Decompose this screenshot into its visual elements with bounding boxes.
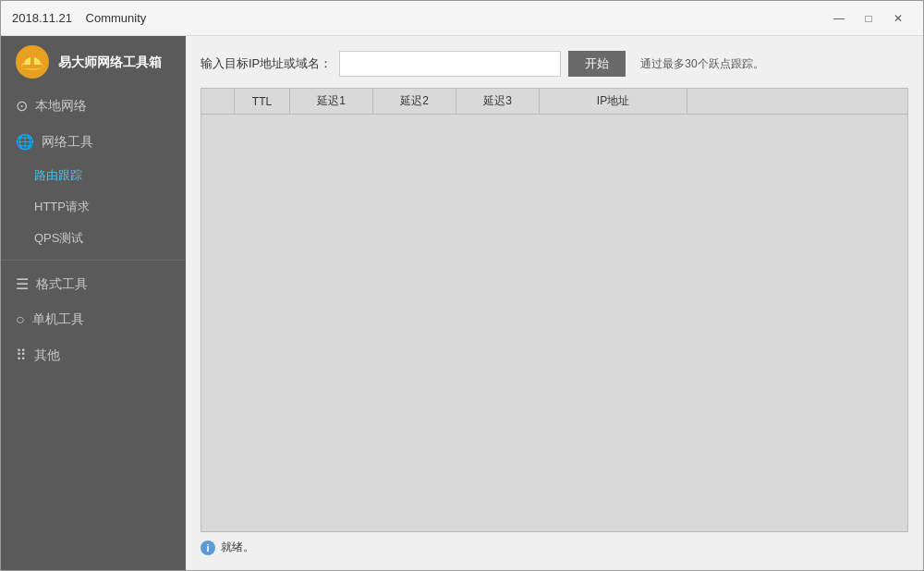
toolbar-row: 输入目标IP地址或域名： 开始 通过最多30个跃点跟踪。 bbox=[201, 51, 908, 77]
version-text: 2018.11.21 bbox=[12, 11, 72, 25]
sidebar-section: ⊙ 本地网络 🌐 网络工具 路由跟踪 HTTP请求 QPS测试 ☰ 格式工具 bbox=[1, 88, 186, 373]
window-controls: — □ ✕ bbox=[825, 7, 912, 30]
result-area[interactable] bbox=[201, 115, 908, 532]
route-trace-label: 路由跟踪 bbox=[34, 167, 82, 184]
title-bar-text: 2018.11.21 Community bbox=[12, 11, 825, 25]
svg-rect-3 bbox=[30, 56, 34, 66]
sidebar-item-http-request[interactable]: HTTP请求 bbox=[1, 191, 186, 223]
standalone-tools-icon: ○ bbox=[16, 311, 25, 328]
content-area: 输入目标IP地址或域名： 开始 通过最多30个跃点跟踪。 TTL 延迟1 延迟2… bbox=[186, 36, 923, 570]
sidebar-header: 易大师网络工具箱 bbox=[1, 36, 186, 88]
sidebar-label-network-tools: 网络工具 bbox=[42, 134, 93, 151]
title-bar: 2018.11.21 Community — □ ✕ bbox=[1, 1, 923, 36]
status-bar: i 就绪。 bbox=[201, 540, 908, 555]
main-layout: 易大师网络工具箱 ⊙ 本地网络 🌐 网络工具 路由跟踪 HTTP请求 QPS测试 bbox=[1, 36, 923, 570]
status-text: 就绪。 bbox=[221, 540, 254, 555]
sidebar-item-route-trace[interactable]: 路由跟踪 bbox=[1, 160, 186, 191]
start-button[interactable]: 开始 bbox=[568, 51, 626, 77]
qps-test-label: QPS测试 bbox=[34, 230, 83, 247]
sidebar-label-standalone-tools: 单机工具 bbox=[32, 311, 84, 328]
sidebar-item-standalone-tools[interactable]: ○ 单机工具 bbox=[1, 302, 186, 337]
trace-table: TTL 延迟1 延迟2 延迟3 IP地址 bbox=[201, 88, 908, 115]
col-header-ip: IP地址 bbox=[540, 89, 687, 115]
minimize-button[interactable]: — bbox=[825, 7, 853, 30]
sidebar-divider-1 bbox=[1, 260, 186, 261]
sidebar-item-other[interactable]: ⠿ 其他 bbox=[1, 337, 186, 373]
sidebar-label-other: 其他 bbox=[34, 347, 60, 364]
http-request-label: HTTP请求 bbox=[34, 199, 90, 215]
maximize-button[interactable]: □ bbox=[855, 7, 882, 30]
sidebar-label-local-network: 本地网络 bbox=[35, 98, 87, 115]
sidebar-label-format-tools: 格式工具 bbox=[36, 276, 88, 293]
sidebar: 易大师网络工具箱 ⊙ 本地网络 🌐 网络工具 路由跟踪 HTTP请求 QPS测试 bbox=[1, 36, 186, 570]
col-header-delay3: 延迟3 bbox=[456, 89, 540, 115]
sidebar-item-local-network[interactable]: ⊙ 本地网络 bbox=[1, 88, 186, 124]
other-icon: ⠿ bbox=[16, 346, 27, 364]
format-tools-icon: ☰ bbox=[16, 275, 29, 293]
target-input[interactable] bbox=[339, 51, 561, 77]
app-logo-icon bbox=[16, 45, 49, 79]
app-title: 易大师网络工具箱 bbox=[58, 55, 162, 70]
col-header-delay2: 延迟2 bbox=[373, 89, 456, 115]
target-input-label: 输入目标IP地址或域名： bbox=[201, 55, 332, 72]
local-network-icon: ⊙ bbox=[16, 97, 28, 115]
sidebar-item-network-tools[interactable]: 🌐 网络工具 bbox=[1, 124, 186, 160]
col-header-delay1: 延迟1 bbox=[290, 89, 373, 115]
network-tools-icon: 🌐 bbox=[16, 133, 34, 151]
toolbar-hint: 通过最多30个跃点跟踪。 bbox=[640, 56, 763, 72]
sidebar-item-qps-test[interactable]: QPS测试 bbox=[1, 223, 186, 254]
sidebar-item-format-tools[interactable]: ☰ 格式工具 bbox=[1, 266, 186, 302]
col-header-empty bbox=[687, 89, 908, 115]
col-header-ttl: TTL bbox=[235, 89, 290, 115]
col-header-num bbox=[201, 89, 235, 115]
close-button[interactable]: ✕ bbox=[884, 7, 912, 30]
status-icon: i bbox=[201, 541, 215, 555]
edition-text: Community bbox=[86, 11, 147, 25]
